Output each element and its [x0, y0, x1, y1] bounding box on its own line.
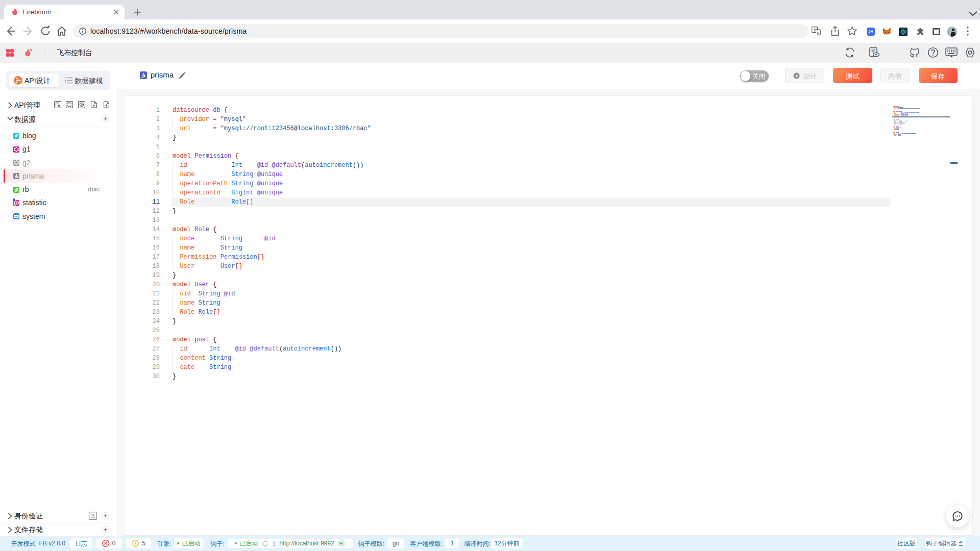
svg-text:x: x: [17, 8, 19, 11]
svg-text:A: A: [816, 31, 819, 35]
svg-text:API: API: [14, 215, 18, 218]
